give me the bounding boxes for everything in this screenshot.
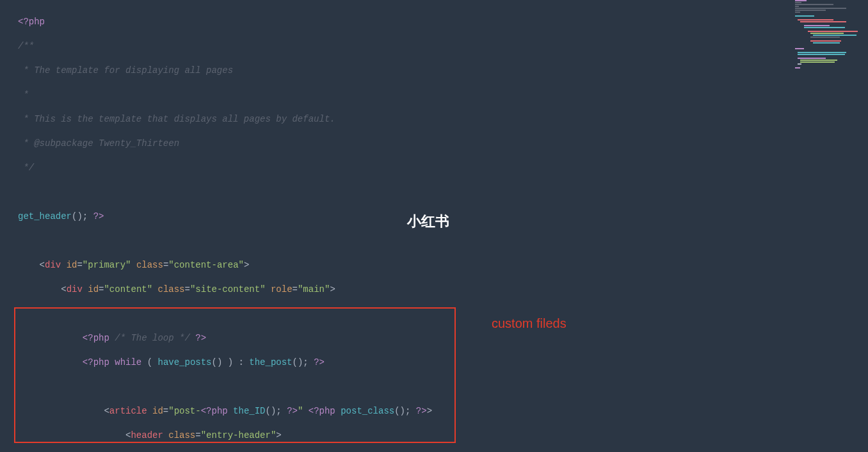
code-line: [18, 308, 780, 320]
code-line: [18, 381, 780, 393]
minimap[interactable]: [791, 0, 868, 90]
code-line: <header class="entry-header">: [18, 430, 780, 442]
code-line: * This is the template that displays all…: [18, 113, 780, 125]
annotation-label: custom fileds: [492, 318, 567, 330]
code-line: <article id="post-<?php the_ID(); ?>" <?…: [18, 405, 780, 417]
code-line: * @subpackage Twenty_Thirteen: [18, 138, 780, 150]
code-line: <div id="primary" class="content-area">: [18, 259, 780, 271]
editor-gutter: [0, 0, 13, 452]
code-line: [18, 186, 780, 198]
code-editor[interactable]: <?php /** * The template for displaying …: [13, 0, 785, 452]
code-line: * The template for displaying all pages: [18, 65, 780, 77]
code-line: */: [18, 162, 780, 174]
code-line: get_header(); ?>: [18, 211, 780, 223]
code-line: [18, 235, 780, 247]
code-line: <?php while ( have_posts() ) : the_post(…: [18, 357, 780, 369]
code-line: <?php: [18, 16, 780, 28]
code-line: /**: [18, 40, 780, 52]
code-line: <div id="content" class="site-content" r…: [18, 284, 780, 296]
code-line: *: [18, 89, 780, 101]
code-line: <?php /* The loop */ ?>: [18, 332, 780, 344]
